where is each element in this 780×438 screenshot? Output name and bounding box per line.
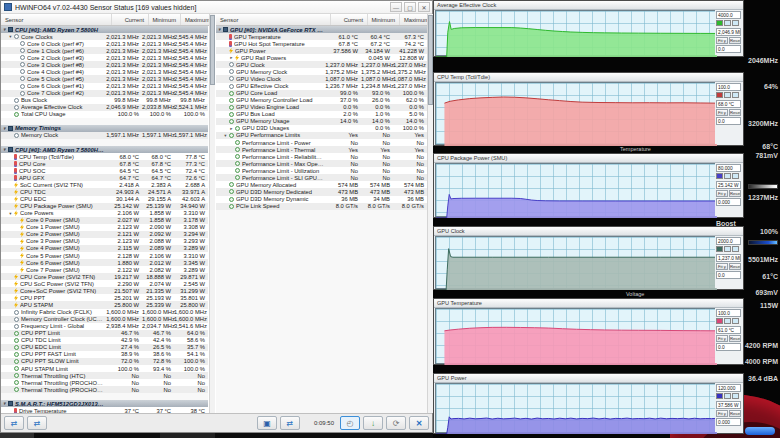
sensor-row-core-2-clock-perf-3[interactable]: Core 2 Clock (perf #3)2,021.3 MHz2,021.3… [1,54,208,61]
background-color-swatch[interactable] [724,20,731,26]
sensor-row-performance-limit-thermal[interactable]: Performance Limit - ThermalYesYesYes [216,146,427,153]
sensor-row-cpu-edc[interactable]: CPU EDC30.144 A29.155 A42.603 A [1,196,208,203]
graph-panel-cpu-temp-tctl-tdie[interactable]: CPU Temp (Tctl/Tdie)100.068.0 °CFit yRes… [433,72,744,146]
collapse-icon[interactable]: ▾ [1,126,8,131]
sensor-row-core-7-clock-perf-2[interactable]: Core 7 Clock (perf #2)2,021.3 MHz2,021.3… [1,90,208,97]
graph-plot-area[interactable] [435,236,716,289]
sensor-row-frequency-limit-global[interactable]: Frequency Limit - Global2,938.4 MHz2,034… [1,323,208,330]
sensor-row-core-0-power-smu[interactable]: Core 0 Power (SMU)2.027 W1.858 W3.178 W [1,217,208,224]
sensor-row-core-clocks[interactable]: ▾Core Clocks2,021.3 MHz2,021.3 MHz2,545.… [1,33,208,40]
sensor-row-core-5-power-smu[interactable]: Core 5 Power (SMU)2.128 W2.106 W3.310 W [1,252,208,259]
collapse-icon[interactable]: ▾ [1,27,8,32]
sensor-row-gpu-power[interactable]: GPU Power37.586 W34.184 W41.228 W [216,47,427,54]
sensor-row-core-3-clock-perf-8[interactable]: Core 3 Clock (perf #8)2,021.3 MHz2,021.3… [1,61,208,68]
sensor-row-performance-limit-reliability-vo[interactable]: Performance Limit - Reliability VoltageN… [216,153,427,160]
sensor-row-total-cpu-usage[interactable]: Total CPU Usage100.0 %100.0 %100.0 % [1,111,208,118]
column-header-right[interactable]: SensorCurrentMinimumMaximum [216,14,433,26]
close-button[interactable]: ✕ [418,2,430,12]
section-row-cpu-0-amd-ryzen-7-5800h-enhanced[interactable]: ▾CPU [#0]: AMD Ryzen 7 5800H: Enhanced [1,146,208,153]
y-max-input[interactable]: 2000.0 [716,237,741,245]
column-header-minimum[interactable]: Minimum [367,14,399,25]
maximize-button[interactable]: ▢ [404,2,416,12]
grid-color-swatch[interactable] [732,20,739,26]
reset-button[interactable]: Reset [729,37,741,44]
graph-plot-area[interactable] [435,163,716,217]
sensor-row-cpu-tdc-limit[interactable]: CPU TDC Limit42.9 %42.4 %58.6 % [1,337,208,344]
grid-color-swatch[interactable] [732,173,739,179]
graph-title[interactable]: Average Effective Clock [434,1,743,10]
section-row-s-m-a-r-t-hfm512gd3jx013n-cy0ct2[interactable]: ▾S.M.A.R.T.: HFM512GD3JX013N (CY0CT20... [1,400,208,407]
collapse-icon[interactable]: ▾ [222,133,229,138]
sensor-row-gpu-d3d-usages[interactable]: ▸GPU D3D Usages0.0 %100.0 % [216,125,427,132]
series-color-swatch[interactable] [716,318,723,324]
column-header-left[interactable]: SensorCurrentMinimumMaximum [1,14,214,26]
reset-button[interactable]: Reset [729,410,741,417]
sensor-row-cpu-ppt-slow-limit[interactable]: CPU PPT SLOW Limit72.0 %72.8 %100.0 % [1,358,208,365]
sensor-row-core-0-clock-perf-7[interactable]: Core 0 Clock (perf #7)2,021.3 MHz2,021.3… [1,40,208,47]
sensor-row-gpu-effective-clock[interactable]: GPU Effective Clock1,236.7 MHz1,234.8 MH… [216,83,427,90]
fit-y-button[interactable]: Fit y [716,37,728,44]
reset-button[interactable]: Reset [729,190,741,197]
sensor-row-core-3-power-smu[interactable]: Core 3 Power (SMU)2.123 W2.088 W3.293 W [1,238,208,245]
sensor-row-gpu-memory-usage[interactable]: GPU Memory Usage14.0 %14.0 %14.0 % [216,118,427,125]
fit-y-button[interactable]: Fit y [716,190,728,197]
graph-title[interactable]: GPU Power [434,374,743,383]
sensor-row-core-7-power-smu[interactable]: Core 7 Power (SMU)2.122 W2.082 W3.289 W [1,266,208,273]
y-max-input[interactable]: 4000.0 [716,11,741,19]
y-max-input[interactable]: 80.000 [716,164,741,172]
sensor-row-apu-gfx[interactable]: APU GFX64.7 °C64.7 °C72.6 °C [1,174,208,181]
series-color-swatch[interactable] [716,246,723,252]
sensor-row-gpu-clock[interactable]: GPU Clock1,237.0 MHz1,237.0 MHz1,237.0 M… [216,61,427,68]
reset-button[interactable]: Reset [729,335,741,342]
y-max-input[interactable]: 100.0 [716,83,741,91]
sensor-row-memory-controller-clock-uclk[interactable]: Memory Controller Clock (UCLK)1,600.0 MH… [1,316,208,323]
reset-button[interactable]: Reset [729,109,741,116]
sensor-row-soc-current-svi2-tfn[interactable]: SoC Current (SVI2 TFN)2.418 A2.383 A2.68… [1,181,208,188]
y-min-input[interactable]: 0.0 [716,271,741,279]
sensor-row-cpu-tdc[interactable]: CPU TDC24.903 A24.571 A33.971 A [1,188,208,195]
sensor-row-performance-limit-max-operating-[interactable]: Performance Limit - Max Operating Voltag… [216,160,427,167]
sensor-row-core-1-power-smu[interactable]: Core 1 Power (SMU)2.123 W2.090 W3.308 W [1,224,208,231]
graph-title[interactable]: CPU Temp (Tctl/Tdie) [434,73,743,82]
collapse-icon[interactable]: ▾ [216,27,223,32]
sensor-row-cpu-edc-limit[interactable]: CPU EDC Limit27.4 %26.5 %35.7 % [1,344,208,351]
sensor-row-core-1-clock-perf-6[interactable]: Core 1 Clock (perf #6)2,021.3 MHz2,021.3… [1,47,208,54]
title-bar[interactable]: HWiNFO64 v7.02-4430 Sensor Status [169 v… [1,1,432,14]
sensor-row-gpu-bus-load[interactable]: GPU Bus Load2.0 %1.0 %5.0 % [216,111,427,118]
sensor-row-performance-limit-utilization[interactable]: Performance Limit - UtilizationNoNoNo [216,167,427,174]
scrollbar-left-pane[interactable] [209,14,215,413]
column-header-sensor[interactable]: Sensor [1,17,111,23]
sensor-row-gpu-hot-spot-temperature[interactable]: GPU Hot Spot Temperature67.8 °C67.2 °C74… [216,40,427,47]
sensor-row-gpu-memory-allocated[interactable]: GPU Memory Allocated574 MB574 MB574 MB [216,181,427,188]
close-sensors-button[interactable]: ✕ [409,416,429,430]
y-min-input[interactable]: 0.000 [716,198,741,206]
y-max-input[interactable]: 120.000 [716,384,741,392]
collapse-icon[interactable]: ▾ [7,211,14,216]
sensor-row-core-4-power-smu[interactable]: Core 4 Power (SMU)2.115 W2.089 W3.289 W [1,245,208,252]
sensor-row-gpu-d3d-memory-dedicated[interactable]: GPU D3D Memory Dedicated473 MB473 MB473 … [216,188,427,195]
sensor-row-gpu-memory-controller-load[interactable]: GPU Memory Controller Load37.0 %26.0 %62… [216,97,427,104]
graph-title[interactable]: GPU Temperature [434,299,743,308]
clock-elapsed-button[interactable]: ◴ [340,416,360,430]
grid-color-swatch[interactable] [732,92,739,98]
collapse-icon[interactable]: ▾ [7,34,14,39]
expand-icon[interactable]: ▸ [228,55,235,60]
sensor-row-pcie-link-speed[interactable]: PCIe Link Speed8.0 GT/s8.0 GT/s8.0 GT/s [216,203,427,210]
minimize-button[interactable]: — [390,2,402,12]
move-left-arrows-button[interactable]: ⇄ [4,416,24,430]
column-header-sensor[interactable]: Sensor [216,17,330,23]
collapse-icon[interactable]: ▾ [1,401,8,406]
sensor-row-memory-clock[interactable]: Memory Clock1,597.1 MHz1,597.1 MHz1,597.… [1,132,208,139]
background-color-swatch[interactable] [724,393,731,399]
reset-button[interactable]: Reset [729,263,741,270]
sensor-row-gpu-core-load[interactable]: GPU Core Load99.0 %93.0 %100.0 % [216,90,427,97]
y-max-input[interactable]: 100.0 [716,309,741,317]
sensor-row-infinity-fabric-clock-fclk[interactable]: Infinity Fabric Clock (FCLK)1,600.0 MHz1… [1,309,208,316]
y-min-input[interactable]: 0.0 [716,117,741,125]
sensor-row-core-2-power-smu[interactable]: Core 2 Power (SMU)2.121 W2.092 W3.294 W [1,231,208,238]
sensor-row-core-6-power-smu[interactable]: Core 6 Power (SMU)1.880 W2.012 W3.345 W [1,259,208,266]
graph-title[interactable]: CPU Package Power (SMU) [434,154,743,163]
series-color-swatch[interactable] [716,20,723,26]
column-header-minimum[interactable]: Minimum [148,14,180,25]
graph-plot-area[interactable] [435,308,716,364]
